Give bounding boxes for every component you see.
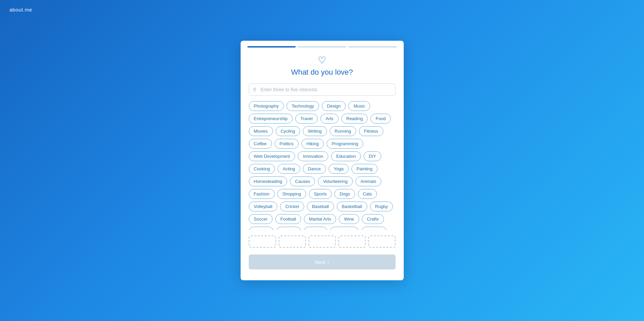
tag-knitting[interactable]: Knitting xyxy=(249,227,274,230)
selected-slot-0 xyxy=(249,235,276,248)
page-title: What do you love? xyxy=(291,68,353,77)
tag-yoga[interactable]: Yoga xyxy=(329,164,349,174)
tag-food[interactable]: Food xyxy=(370,114,391,124)
search-input[interactable] xyxy=(249,83,396,96)
tag-running[interactable]: Running xyxy=(330,126,356,136)
tag-entrepreneurship[interactable]: Entrepreneurship xyxy=(249,114,293,124)
tag-photography[interactable]: Photography xyxy=(249,101,284,111)
brand-logo: about.me xyxy=(10,7,32,13)
tag-shopping[interactable]: Shopping xyxy=(277,189,306,199)
tag-cooking[interactable]: Cooking xyxy=(249,164,275,174)
tag-dogs[interactable]: Dogs xyxy=(334,189,355,199)
tag-sports[interactable]: Sports xyxy=(309,189,332,199)
tag-causes[interactable]: Causes xyxy=(290,176,315,186)
tag-baking[interactable]: Baking xyxy=(304,227,328,230)
tag-coffee[interactable]: Coffee xyxy=(249,139,272,149)
tag-programming[interactable]: Programming xyxy=(327,139,363,149)
progress-segment-1 xyxy=(298,46,346,48)
tag-web-development[interactable]: Web Development xyxy=(249,151,295,161)
progress-segment-0 xyxy=(247,46,296,48)
tag-cats[interactable]: Cats xyxy=(358,189,377,199)
next-button[interactable]: Next › xyxy=(249,254,396,269)
tag-dance[interactable]: Dance xyxy=(303,164,326,174)
tag-music[interactable]: Music xyxy=(348,101,370,111)
tag-reading[interactable]: Reading xyxy=(341,114,368,124)
search-wrapper: ⚲ xyxy=(249,83,396,96)
main-card: ♡ What do you love? ⚲ PhotographyTechnol… xyxy=(241,41,404,280)
heart-icon: ♡ xyxy=(318,56,326,65)
tag-wine[interactable]: Wine xyxy=(339,214,359,224)
tag-homesteading[interactable]: Homesteading xyxy=(249,176,288,186)
tag-cricket[interactable]: Cricket xyxy=(280,202,304,211)
tag-baseball[interactable]: Baseball xyxy=(307,202,334,211)
tag-diy[interactable]: DIY xyxy=(364,151,381,161)
tag-fashion[interactable]: Fashion xyxy=(249,189,275,199)
selected-slot-4 xyxy=(368,235,396,248)
tag-soccer[interactable]: Soccer xyxy=(249,214,273,224)
tag-sewing[interactable]: Sewing xyxy=(276,227,301,230)
tag-hiking[interactable]: Hiking xyxy=(301,139,324,149)
tag-arts[interactable]: Arts xyxy=(320,114,338,124)
tag-animals[interactable]: Animals xyxy=(355,176,381,186)
tag-writing[interactable]: Writing xyxy=(303,126,327,136)
tag-rugby[interactable]: Rugby xyxy=(370,202,393,211)
tag-volleyball[interactable]: Volleyball xyxy=(249,202,278,211)
tag-outdoors[interactable]: Outdoors xyxy=(330,227,358,230)
tag-fitness[interactable]: Fitness xyxy=(359,126,383,136)
selected-slot-1 xyxy=(279,235,306,248)
progress-segment-2 xyxy=(348,46,397,48)
selected-slots xyxy=(249,235,396,248)
tag-painting[interactable]: Painting xyxy=(351,164,378,174)
tag-volunteering[interactable]: Volunteering xyxy=(318,176,352,186)
tag-gaming[interactable]: Gaming xyxy=(361,227,387,230)
tag-basketball[interactable]: Basketball xyxy=(337,202,367,211)
selected-slot-2 xyxy=(309,235,336,248)
next-label: Next xyxy=(315,259,325,265)
tag-politics[interactable]: Politics xyxy=(275,139,299,149)
selected-slot-3 xyxy=(338,235,366,248)
tag-martial-arts[interactable]: Martial Arts xyxy=(304,214,336,224)
tag-travel[interactable]: Travel xyxy=(295,114,318,124)
tag-crafts[interactable]: Crafts xyxy=(362,214,384,224)
tag-innovation[interactable]: Innovation xyxy=(298,151,328,161)
progress-bar xyxy=(241,41,404,48)
tag-football[interactable]: Football xyxy=(275,214,301,224)
search-icon: ⚲ xyxy=(253,87,256,92)
tag-design[interactable]: Design xyxy=(322,101,346,111)
next-arrow: › xyxy=(327,259,329,265)
tag-movies[interactable]: Movies xyxy=(249,126,273,136)
tag-acting[interactable]: Acting xyxy=(278,164,300,174)
tags-container: PhotographyTechnologyDesignMusicEntrepre… xyxy=(249,101,396,230)
tag-cycling[interactable]: Cycling xyxy=(276,126,300,136)
tag-technology[interactable]: Technology xyxy=(286,101,319,111)
tag-education[interactable]: Education xyxy=(331,151,361,161)
